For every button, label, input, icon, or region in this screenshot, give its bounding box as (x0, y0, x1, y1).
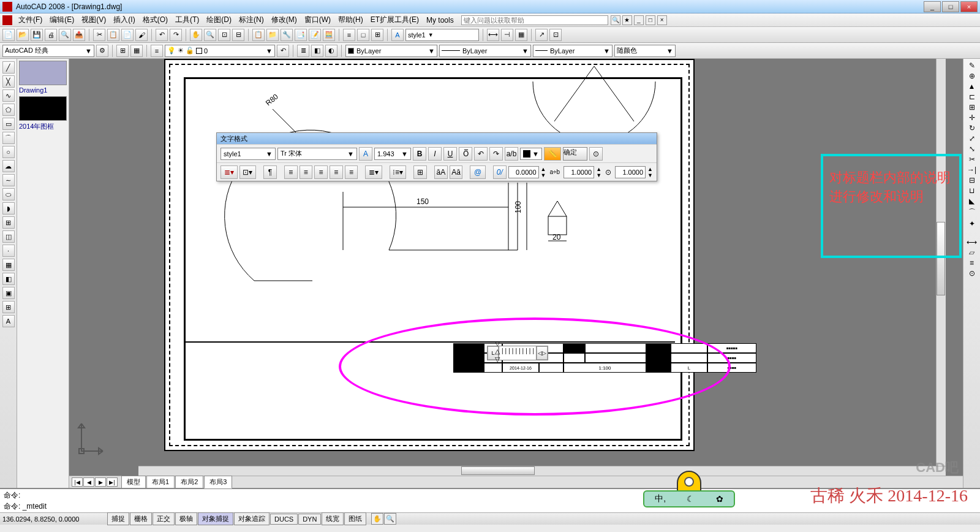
horizontal-scrollbar[interactable] (138, 466, 946, 476)
spin-down3-icon[interactable]: ▼ (647, 172, 653, 178)
region-icon[interactable]: ▣ (2, 287, 15, 299)
publish-icon[interactable]: 📤 (73, 29, 85, 41)
help-search-input[interactable] (461, 15, 608, 25)
save-icon[interactable]: 💾 (31, 29, 43, 41)
menu-window[interactable]: 窗口(W) (301, 13, 334, 26)
ok-button[interactable]: 确定 (563, 147, 587, 161)
spin-down-icon[interactable]: ▼ (541, 172, 546, 178)
ref-icon[interactable]: ⊡ (549, 29, 562, 41)
tab-layout2[interactable]: 布局2 (175, 476, 203, 488)
menu-file[interactable]: 文件(F) (15, 13, 46, 26)
lwt-toggle[interactable]: 线宽 (322, 512, 344, 525)
underline-button[interactable]: U (443, 147, 457, 161)
zoom-prev-icon[interactable]: ⊟ (232, 29, 244, 41)
markup-icon[interactable]: 📝 (309, 29, 321, 41)
zoom-icon[interactable]: 🔍 (204, 29, 216, 41)
te-color-dropdown[interactable]: ▼ (520, 148, 542, 160)
paper-toggle[interactable]: 图纸 (344, 512, 366, 525)
dim2-icon[interactable]: ⊣ (501, 29, 513, 41)
menu-tools[interactable]: 工具(T) (172, 13, 203, 26)
oblique-icon[interactable]: 0/ (493, 165, 507, 179)
status-pan-icon[interactable]: ✋ (371, 513, 383, 525)
ws-settings-icon[interactable]: ⚙ (96, 45, 108, 57)
linetype-dropdown[interactable]: ByLayer▼ (439, 45, 531, 57)
ws-grid-icon[interactable]: ⊞ (116, 45, 129, 57)
tab-first-icon[interactable]: |◀ (72, 477, 83, 487)
ruler-width-icon[interactable]: ◁▷ (537, 346, 548, 360)
insert-icon[interactable]: ⊞ (2, 216, 15, 229)
options-icon[interactable]: ⊙ (589, 147, 603, 161)
menu-format[interactable]: 格式(O) (139, 13, 172, 26)
te-undo-icon[interactable]: ↶ (474, 147, 488, 161)
annot-scale-icon[interactable]: A (359, 147, 372, 161)
copy-icon[interactable]: 📋 (107, 29, 119, 41)
gradient-icon[interactable]: ◧ (2, 273, 15, 285)
tab-next-icon[interactable]: ▶ (95, 477, 106, 487)
menu-mytools[interactable]: My tools (423, 15, 458, 26)
polygon-icon[interactable]: ⬠ (2, 104, 15, 116)
print-icon[interactable]: 🖨 (45, 29, 57, 41)
te-redo-icon[interactable]: ↷ (489, 147, 503, 161)
circle-icon[interactable]: ○ (2, 146, 15, 158)
menu-view[interactable]: 视图(V) (78, 13, 110, 26)
rotate-icon[interactable]: ↻ (969, 124, 975, 132)
star-icon[interactable]: ★ (622, 15, 632, 25)
gear-flower-icon[interactable]: ✿ (716, 494, 723, 504)
menu-draw[interactable]: 绘图(D) (203, 13, 235, 26)
bold-button[interactable]: B (413, 147, 426, 161)
align-dist-icon[interactable]: ≡ (345, 165, 358, 179)
array-icon[interactable]: ⊞ (969, 103, 975, 112)
area-icon[interactable]: ▱ (969, 248, 974, 257)
spline-icon[interactable]: ∼ (2, 174, 15, 186)
paste-icon[interactable]: 📄 (121, 29, 134, 41)
oblique-input[interactable] (508, 166, 539, 178)
ruler-tab-marker[interactable]: ▽△▽ (495, 340, 500, 363)
preview-icon[interactable]: 🔍 (59, 29, 71, 41)
hatch-icon[interactable]: ▦ (2, 259, 15, 271)
chamfer-icon[interactable]: ◣ (969, 197, 974, 205)
drawing-canvas[interactable]: 150 100 R80 20 (69, 59, 963, 488)
fillet-icon[interactable]: ⌒ (968, 207, 976, 218)
plotstyle-dropdown[interactable]: 随颜色▼ (614, 45, 676, 57)
align-left-icon[interactable]: ≡ (284, 165, 298, 179)
lowercase-icon[interactable]: Aā (450, 165, 463, 179)
dist-icon[interactable]: ⟷ (967, 238, 977, 246)
search-icon[interactable]: 🔍 (611, 15, 620, 25)
undo-icon[interactable]: ↶ (156, 29, 168, 41)
status-zoom-icon[interactable]: 🔍 (384, 513, 396, 525)
workspace-dropdown[interactable]: AutoCAD 经典▼ (2, 45, 94, 57)
layer-prev-icon[interactable]: ↶ (277, 45, 289, 57)
spin-up3-icon[interactable]: ▲ (647, 166, 653, 172)
color-dropdown[interactable]: ByLayer▼ (345, 45, 437, 57)
h-scroll-thumb[interactable] (461, 466, 535, 475)
point-icon[interactable]: · (2, 245, 15, 257)
ssm-icon[interactable]: 📑 (295, 29, 307, 41)
ducs-toggle[interactable]: DUCS (270, 514, 298, 525)
symbol-icon[interactable]: @ (470, 165, 486, 179)
ruler-toggle-icon[interactable]: 📏 (544, 147, 561, 161)
pan-icon[interactable]: ✋ (190, 29, 202, 41)
offset-icon[interactable]: ⊏ (969, 93, 975, 101)
extend-icon[interactable]: →| (967, 165, 976, 174)
field-icon[interactable]: ⊞ (413, 165, 427, 179)
coordinates[interactable]: 136.0294, 8.8250, 0.0000 (2, 515, 107, 523)
vertical-scrollbar[interactable] (936, 59, 946, 466)
erase-icon[interactable]: ✎ (969, 61, 975, 70)
spin-up2-icon[interactable]: ▲ (596, 166, 601, 172)
copy-tool-icon[interactable]: ⊕ (969, 72, 975, 80)
xref-icon[interactable]: ⊞ (371, 29, 383, 41)
redo-icon[interactable]: ↷ (170, 29, 182, 41)
te-style-dropdown[interactable]: style1▼ (221, 148, 276, 160)
dim-icon[interactable]: ⟷ (487, 29, 499, 41)
ellipse-arc-icon[interactable]: ◗ (2, 202, 15, 215)
line-icon[interactable]: ╱ (2, 61, 15, 74)
polar-toggle[interactable]: 极轴 (175, 512, 197, 525)
join-icon[interactable]: ⊔ (969, 186, 974, 195)
menu-ettools[interactable]: ET扩展工具(E) (367, 13, 423, 26)
moon-icon[interactable]: ☾ (687, 494, 695, 504)
snap-toggle[interactable]: 捕捉 (107, 512, 129, 525)
numbering-icon[interactable]: ⁝≡▾ (390, 165, 407, 179)
calc-icon[interactable]: 🧮 (323, 29, 335, 41)
cut-icon[interactable]: ✂ (93, 29, 105, 41)
maximize-button[interactable]: □ (942, 1, 959, 12)
